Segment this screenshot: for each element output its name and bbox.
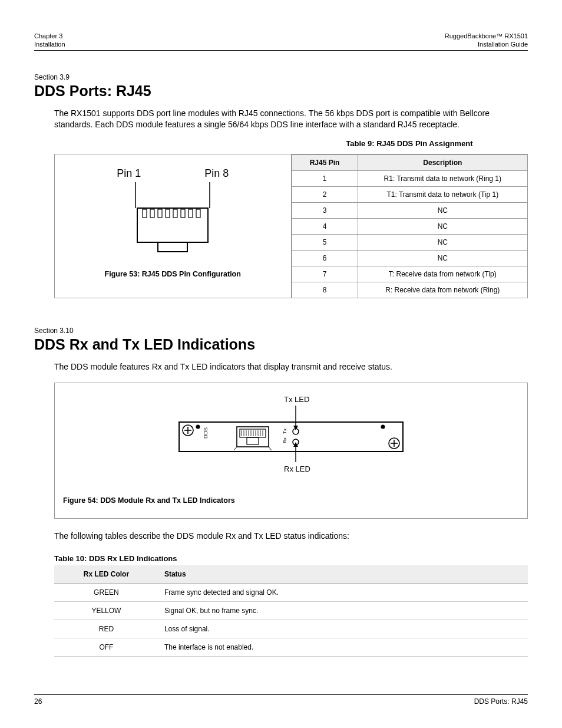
svg-rect-2 [137,208,208,242]
table-row: 3NC [292,203,528,219]
figure-54-box: Tx LED Rx LED DDS [54,383,528,519]
table-row: 5NC [292,235,528,251]
rx-small-label: Rx [282,437,287,443]
svg-rect-8 [173,209,177,218]
section-3-10-paragraph-2: The following tables describe the DDS mo… [54,531,528,542]
page-footer: 26 DDS Ports: RJ45 [34,694,528,706]
figure-and-table-row: Pin 1 Pin 8 [54,154,528,298]
svg-rect-5 [150,209,154,218]
svg-rect-4 [143,209,147,218]
header-product: RuggedBackbone™ RX1501 [445,32,528,40]
table-10: Rx LED Color Status GREENFrame sync dete… [54,565,528,657]
table-row: 8R: Receive data from network (Ring) [292,282,528,298]
header-section: Installation [34,40,65,48]
header-chapter: Chapter 3 [34,32,62,40]
table-9-cell: RJ45 Pin Description 1R1: Transmit data … [292,154,528,298]
section-3-9-title: DDS Ports: RJ45 [34,83,528,100]
table-10-caption: Table 10: DDS Rx LED Indications [54,554,528,563]
figure-54-caption: Figure 54: DDS Module Rx and Tx LED Indi… [63,496,235,505]
table-row: GREENFrame sync detected and signal OK. [54,583,528,601]
svg-rect-10 [189,209,193,218]
svg-line-34 [234,447,237,450]
tx-led-label: Tx LED [284,395,309,404]
svg-rect-33 [247,437,259,444]
table-9-head-desc: Description [358,155,527,171]
svg-rect-16 [179,422,403,452]
dds-module-svg-icon: Tx LED Rx LED DDS [138,394,444,488]
header-doc: Installation Guide [478,40,528,48]
footer-rule [34,694,528,695]
svg-rect-7 [166,209,170,218]
svg-line-35 [269,447,272,450]
rx-led-label: Rx LED [284,465,310,473]
page-number: 26 [34,697,42,706]
svg-point-38 [381,425,385,429]
section-3-9-paragraph: The RX1501 supports DDS port line module… [54,108,528,131]
table-row: YELLOWSignal OK, but no frame sync. [54,601,528,620]
table-row: REDLoss of signal. [54,620,528,638]
table-row: 4NC [292,219,528,235]
header-rule [34,50,528,51]
table-10-head-color: Rx LED Color [54,565,158,584]
page-header: Chapter 3 RuggedBackbone™ RX1501 Install… [34,32,528,51]
table-10-head-status: Status [158,565,528,584]
table-row: 1R1: Transmit data to network (Ring 1) [292,171,528,187]
svg-rect-21 [237,427,269,447]
figure-53-cell: Pin 1 Pin 8 [55,154,292,298]
table-9-caption: Table 9: RJ45 DDS Pin Assignment [291,139,528,148]
svg-rect-11 [196,209,200,218]
figure-53-caption: Figure 53: RJ45 DDS Pin Configuration [105,270,241,278]
tx-small-label: Tx [282,429,287,434]
section-3-10-label: Section 3.10 [34,327,528,335]
svg-rect-6 [158,209,162,218]
footer-right: DDS Ports: RJ45 [474,697,528,706]
section-3-10-title: DDS Rx and Tx LED Indications [34,336,528,353]
svg-rect-3 [158,242,187,252]
table-row: 7T: Receive data from network (Tip) [292,266,528,282]
table-row: OFFThe interface is not enabled. [54,638,528,656]
rj45-drawing: Pin 1 Pin 8 [111,167,234,261]
table-9-head-pin: RJ45 Pin [292,155,358,171]
svg-rect-9 [181,209,185,218]
table-row: 6NC [292,251,528,266]
svg-point-20 [196,425,200,429]
pin1-label: Pin 1 [117,167,141,180]
section-3-9-label: Section 3.9 [34,73,528,81]
rj45-svg-icon [111,182,234,259]
section-3-10-paragraph: The DDS module features Rx and Tx LED in… [54,361,528,373]
table-9: RJ45 Pin Description 1R1: Transmit data … [292,154,528,298]
table-row: 2T1: Transmit data to network (Tip 1) [292,187,528,203]
pin8-label: Pin 8 [204,167,229,180]
dds-panel-label: DDS [203,427,209,439]
